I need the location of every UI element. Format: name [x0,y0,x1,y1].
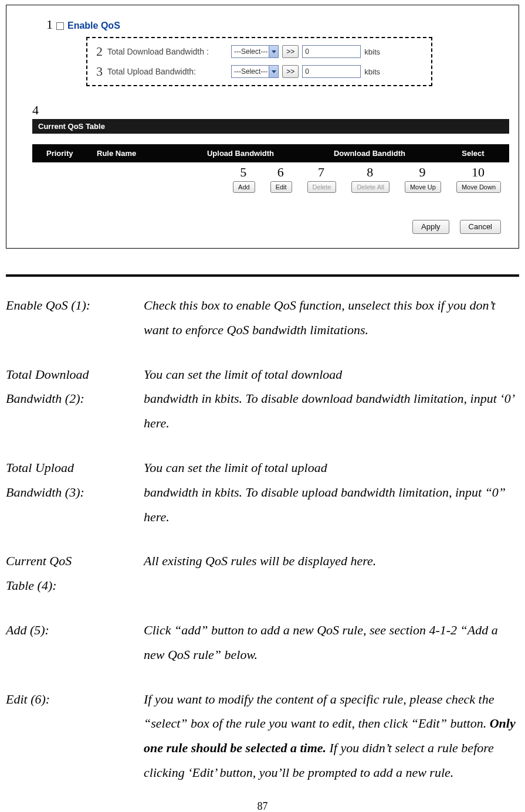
download-go-button[interactable]: >> [282,45,299,58]
delete-button[interactable]: Delete [307,181,337,193]
apply-button[interactable]: Apply [412,220,449,234]
enable-qos-label: Enable QoS [67,21,120,31]
desc-add: Add (5): Click “add” button to add a new… [6,618,519,667]
upload-bandwidth-label: Total Upload Bandwidth: [107,67,228,76]
desc-current-qos-table: Current QoS Table (4): All existing QoS … [6,549,519,598]
move-down-button[interactable]: Move Down [456,181,501,193]
download-bandwidth-row: 2 Total Download Bandwidth : ---Select--… [92,42,426,62]
delete-all-button[interactable]: Delete All [351,181,389,193]
add-button[interactable]: Add [233,181,255,193]
desc-term: Enable QoS (1): [6,293,144,342]
col-select: Select [437,149,509,158]
col-priority: Priority [32,149,97,158]
desc-enable-qos: Enable QoS (1): Check this box to enable… [6,293,519,342]
upload-select[interactable]: ---Select--- [231,65,279,78]
col-upload-bandwidth: Upload Bandwidth [179,149,302,158]
field-descriptions: Enable QoS (1): Check this box to enable… [6,293,519,785]
download-unit: kbits [364,47,380,56]
annotation-2: 2 [92,44,103,59]
annotation-7: 7 [318,165,324,180]
bandwidth-box: 2 Total Download Bandwidth : ---Select--… [86,37,432,86]
desc-def: Check this box to enable QoS function, u… [144,293,519,342]
desc-term: Total Download Bandwidth (2): [6,362,144,436]
annotation-3: 3 [92,64,103,79]
upload-unit: kbits [364,67,380,76]
col-download-bandwidth: Download Bandidth [302,149,437,158]
annotation-5: 5 [240,165,246,180]
chevron-down-icon [269,66,278,77]
annotation-8: 8 [367,165,373,180]
upload-bandwidth-row: 3 Total Upload Bandwidth: ---Select--- >… [92,62,426,81]
enable-qos-checkbox[interactable] [56,22,64,30]
desc-term: Add (5): [6,618,144,667]
download-select-value: ---Select--- [234,47,269,56]
annotation-1: 1 [46,17,53,32]
desc-term: Current QoS Table (4): [6,549,144,598]
qos-table-header: Priority Rule Name Upload Bandwidth Down… [32,144,509,162]
download-select[interactable]: ---Select--- [231,45,279,58]
desc-def: If you want to modify the content of a s… [144,687,519,785]
divider [6,274,519,277]
move-up-button[interactable]: Move Up [405,181,441,193]
desc-def: You can set the limit of total download … [144,362,519,436]
qos-action-buttons: 5 Add 6 Edit 7 Delete 8 Delete All 9 M [32,165,501,193]
upload-select-value: ---Select--- [234,67,269,76]
desc-def: Click “add” button to add a new QoS rule… [144,618,519,667]
download-value-input[interactable] [302,45,361,58]
qos-screenshot: 1 Enable QoS 2 Total Download Bandwidth … [6,5,519,249]
desc-def: All existing QoS rules will be displayed… [144,549,519,598]
edit-button[interactable]: Edit [270,181,292,193]
annotation-4: 4 [32,103,39,117]
chevron-down-icon [269,46,278,57]
desc-total-upload: Total Upload Bandwidth (3): You can set … [6,456,519,529]
apply-cancel-row: Apply Cancel [32,220,501,234]
current-qos-section: 4 Current QoS Table Priority Rule Name U… [32,103,509,234]
desc-edit: Edit (6): If you want to modify the cont… [6,687,519,785]
annotation-9: 9 [419,165,425,180]
current-qos-title: Current QoS Table [32,119,509,134]
page-number: 87 [6,800,519,812]
desc-total-download: Total Download Bandwidth (2): You can se… [6,362,519,436]
annotation-6: 6 [277,165,284,180]
enable-qos-row: 1 Enable QoS [46,16,509,31]
cancel-button[interactable]: Cancel [460,220,501,234]
desc-term: Edit (6): [6,687,144,785]
col-rule-name: Rule Name [97,149,179,158]
upload-go-button[interactable]: >> [282,65,299,78]
upload-value-input[interactable] [302,65,361,78]
annotation-10: 10 [472,165,485,180]
desc-term: Total Upload Bandwidth (3): [6,456,144,529]
download-bandwidth-label: Total Download Bandwidth : [107,47,228,56]
desc-def: You can set the limit of total upload ba… [144,456,519,529]
